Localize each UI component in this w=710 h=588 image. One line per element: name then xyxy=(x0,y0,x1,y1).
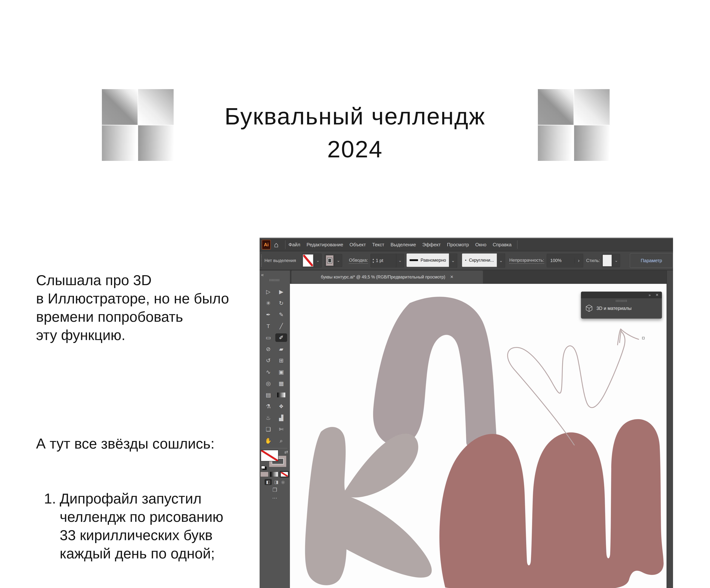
opacity-control[interactable]: 100% › xyxy=(547,254,583,267)
expand-panel-icon[interactable]: » xyxy=(648,293,650,297)
fill-color-control[interactable]: ⌄ xyxy=(302,254,322,267)
menu-effect[interactable]: Эффект xyxy=(422,242,441,248)
menu-bar: Ai ⌂ Файл Редактирование Объект Текст Вы… xyxy=(260,238,673,251)
menu-edit[interactable]: Редактирование xyxy=(307,242,343,248)
width-profile-dropdown[interactable]: Равномерно ⌄ xyxy=(407,254,457,267)
puppet-warp-tool[interactable]: ▣ xyxy=(275,368,287,376)
letter-m-shape[interactable] xyxy=(439,419,664,588)
document-tab[interactable]: буквы контурс.ai* @ 49,5 % (RGB/Предвари… xyxy=(291,271,483,283)
panel-grip[interactable] xyxy=(616,300,627,302)
round-brush-icon: • xyxy=(465,258,466,262)
screen-mode-icon[interactable]: ❐ xyxy=(260,486,290,494)
menu-type[interactable]: Текст xyxy=(372,242,384,248)
divider xyxy=(517,240,518,249)
stroke-weight-label[interactable]: Обводка: xyxy=(349,258,368,264)
stroke-color-control[interactable]: ⌄ xyxy=(325,254,342,267)
column-graph-tool[interactable]: ▟ xyxy=(275,414,287,422)
brush-definition-dropdown[interactable]: • Скруглени... ⌄ xyxy=(462,254,505,267)
chevron-down-icon[interactable]: ⌄ xyxy=(396,254,404,267)
artboard-tool[interactable]: ❏ xyxy=(262,425,274,433)
drag-grip[interactable] xyxy=(261,255,262,266)
menu-select[interactable]: Выделение xyxy=(390,242,416,248)
direct-selection-tool[interactable]: ▷ xyxy=(262,287,274,296)
hand-tool[interactable]: ✋ xyxy=(262,437,274,445)
default-fill-stroke-icon[interactable] xyxy=(261,466,267,470)
stroke-weight-stepper[interactable]: ▴ ▾ 1 pt ⌄ xyxy=(371,254,404,267)
3d-materials-item[interactable]: 3D и материалы xyxy=(586,305,632,312)
none-button[interactable] xyxy=(280,471,289,478)
zoom-tool[interactable]: ⌕ xyxy=(275,437,287,445)
letter-k-shape[interactable] xyxy=(305,427,432,585)
blend-tool[interactable]: ❖ xyxy=(275,402,287,411)
toolbar-overflow-icon[interactable]: ⋯ xyxy=(260,494,290,502)
artboard-canvas[interactable] xyxy=(290,284,666,588)
panel-grip[interactable] xyxy=(269,279,280,281)
parameters-button[interactable]: Параметр xyxy=(630,253,673,268)
menu-window[interactable]: Окно xyxy=(475,242,486,248)
perspective-grid-tool[interactable]: ▦ xyxy=(275,379,287,388)
draw-normal-icon[interactable]: ◧ xyxy=(265,479,272,485)
chevron-down-icon[interactable]: ⌄ xyxy=(449,254,457,267)
lasso-tool[interactable]: ↻ xyxy=(275,299,287,307)
chevron-down-icon[interactable]: ⌄ xyxy=(314,254,322,267)
menu-help[interactable]: Справка xyxy=(493,242,512,248)
chevron-down-icon[interactable]: ⌄ xyxy=(612,254,620,267)
close-icon[interactable]: ✕ xyxy=(656,293,659,297)
graphic-style-dropdown[interactable]: ⌄ xyxy=(602,254,620,267)
chevron-down-icon[interactable]: ⌄ xyxy=(334,254,342,267)
slice-tool[interactable]: ✄ xyxy=(275,425,287,433)
magic-wand-tool[interactable]: ✳ xyxy=(262,299,274,307)
opacity-more-icon[interactable]: › xyxy=(574,258,583,263)
list-item: 1. Дипрофайл запустил челлендж по рисова… xyxy=(36,490,258,563)
selection-tool[interactable]: ▶ xyxy=(275,287,287,296)
3d-materials-label: 3D и материалы xyxy=(596,306,632,311)
stepper-down-icon[interactable]: ▾ xyxy=(373,261,374,264)
menu-object[interactable]: Объект xyxy=(350,242,366,248)
tab-strip: буквы контурс.ai* @ 49,5 % (RGB/Предвари… xyxy=(290,271,666,284)
opacity-value[interactable]: 100% xyxy=(547,258,574,263)
close-icon[interactable]: ✕ xyxy=(450,275,453,279)
pen-tool[interactable]: ✒ xyxy=(262,310,274,319)
style-swatch[interactable] xyxy=(603,255,612,266)
eraser-tool[interactable]: ▰ xyxy=(275,345,287,353)
paintbrush-tool[interactable]: ✐ xyxy=(275,333,287,342)
rectangle-tool[interactable]: ▭ xyxy=(262,333,274,342)
stroke-color-swatch[interactable] xyxy=(326,255,333,266)
free-transform-tool[interactable]: ⊞ xyxy=(275,356,287,365)
letter-l-shape[interactable] xyxy=(373,297,497,447)
menu-view[interactable]: Просмотр xyxy=(447,242,469,248)
line-segment-tool[interactable]: ╱ xyxy=(275,322,287,330)
symbol-sprayer-tool[interactable]: ♨ xyxy=(262,414,274,422)
type-tool[interactable]: Т xyxy=(262,322,274,330)
draw-inside-icon[interactable]: ◉ xyxy=(281,479,285,485)
shaper-tool[interactable]: ⊘ xyxy=(262,345,274,353)
stepper-up-icon[interactable]: ▴ xyxy=(373,257,374,261)
brush-definition-value: Скруглени... xyxy=(469,258,494,263)
stroke-weight-value[interactable]: 1 pt xyxy=(376,258,396,263)
artwork xyxy=(290,284,666,588)
home-icon[interactable]: ⌂ xyxy=(274,240,279,249)
gradient-button[interactable] xyxy=(270,472,278,477)
right-dock-strip[interactable] xyxy=(666,271,673,588)
color-button[interactable] xyxy=(260,472,268,477)
shape-builder-tool[interactable]: ◎ xyxy=(262,379,274,388)
anchor-point[interactable] xyxy=(642,337,644,339)
fill-none-swatch[interactable] xyxy=(303,254,313,267)
curvature-tool[interactable]: ✎ xyxy=(275,310,287,319)
document-tab-title: буквы контурс.ai* @ 49,5 % (RGB/Предвари… xyxy=(321,275,445,280)
gradient-tool[interactable] xyxy=(277,393,285,397)
swap-fill-stroke-icon[interactable]: ⇄ xyxy=(284,449,288,455)
cube-icon xyxy=(586,305,592,312)
eyedropper-tool[interactable]: ⚗ xyxy=(262,402,274,411)
chevron-down-icon[interactable]: ⌄ xyxy=(497,254,505,267)
draw-behind-icon[interactable]: ◨ xyxy=(275,479,279,485)
opacity-label[interactable]: Непрозрачность: xyxy=(509,258,544,264)
mesh-tool[interactable]: ▤ xyxy=(262,391,274,399)
collapse-panel-icon[interactable]: « xyxy=(261,272,264,278)
rotate-tool[interactable]: ↺ xyxy=(262,356,274,365)
width-tool[interactable]: ∿ xyxy=(262,368,274,376)
fill-none-swatch[interactable] xyxy=(261,450,279,461)
squiggle-path[interactable] xyxy=(507,331,625,445)
illustrator-logo-icon[interactable]: Ai xyxy=(262,240,271,250)
menu-file[interactable]: Файл xyxy=(288,242,300,248)
